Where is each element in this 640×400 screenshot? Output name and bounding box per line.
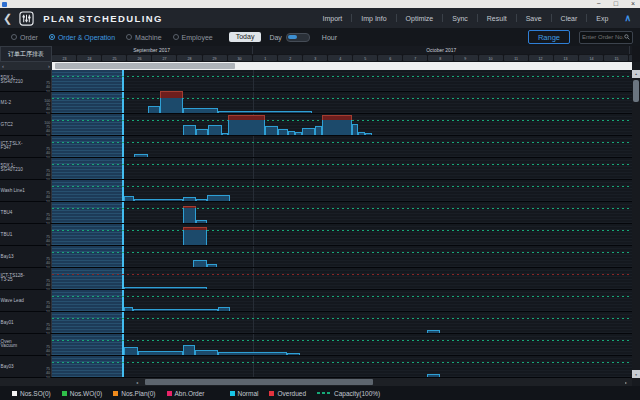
timeline-scrollbar-thumb[interactable] bbox=[55, 63, 235, 69]
schedule-row[interactable]: Bay13754010 bbox=[0, 246, 632, 268]
load-bar-segment[interactable] bbox=[138, 351, 183, 355]
load-bar-segment[interactable] bbox=[183, 125, 196, 135]
load-bar-segment[interactable] bbox=[278, 129, 288, 135]
radio-order-operation[interactable]: Order & Operation bbox=[49, 34, 115, 41]
capacity-line bbox=[52, 164, 632, 165]
load-bar-segment[interactable] bbox=[208, 125, 222, 135]
hscroll-right-icon[interactable]: ▸ bbox=[624, 378, 628, 386]
scroll-up-icon[interactable]: ▲ bbox=[632, 70, 640, 78]
schedule-row[interactable]: Wave Lead754010 bbox=[0, 290, 632, 312]
load-bar-segment[interactable] bbox=[183, 345, 195, 355]
radio-employee[interactable]: Employee bbox=[173, 34, 213, 41]
overload-bar-segment[interactable] bbox=[183, 227, 207, 230]
schedule-row[interactable]: ICT-TSLX-F347754010 bbox=[0, 136, 632, 158]
load-bar-segment[interactable] bbox=[183, 108, 218, 113]
menu-item-save[interactable]: Save bbox=[517, 15, 551, 22]
load-bar-segment[interactable] bbox=[134, 199, 183, 201]
search-icon[interactable] bbox=[624, 34, 630, 40]
load-bar-segment[interactable] bbox=[207, 195, 230, 201]
schedule-row[interactable]: Bay03754010 bbox=[0, 356, 632, 378]
load-bar-segment[interactable] bbox=[218, 307, 230, 312]
schedule-row[interactable]: TBU4754010 bbox=[0, 202, 632, 224]
schedule-row[interactable]: ICT-TS128-T3-25754010 bbox=[0, 268, 632, 290]
close-button[interactable]: × bbox=[631, 0, 635, 8]
overload-bar-segment[interactable] bbox=[322, 115, 352, 120]
menu-item-clear[interactable]: Clear bbox=[552, 15, 587, 22]
menu-item-sync[interactable]: Sync bbox=[443, 15, 477, 22]
load-bar-segment[interactable] bbox=[148, 106, 160, 113]
order-search-input[interactable] bbox=[582, 34, 624, 40]
menu-item-exp[interactable]: Exp bbox=[587, 15, 617, 22]
load-bar-segment[interactable] bbox=[124, 196, 134, 201]
menu-item-result[interactable]: Result bbox=[478, 15, 516, 22]
y-axis-tick: 40 bbox=[46, 239, 50, 243]
load-bar-segment[interactable] bbox=[134, 154, 148, 157]
load-bar-segment[interactable] bbox=[183, 206, 196, 223]
load-bar-segment[interactable] bbox=[287, 353, 300, 355]
load-bar-segment[interactable] bbox=[207, 264, 217, 267]
load-bar-segment[interactable] bbox=[124, 347, 138, 355]
month-divider-line bbox=[253, 158, 254, 179]
menu-item-optimize[interactable]: Optimize bbox=[397, 15, 443, 22]
load-bar-segment[interactable] bbox=[358, 132, 365, 135]
vertical-scrollbar[interactable]: ▲ ▼ bbox=[632, 62, 640, 386]
toggle-knob[interactable] bbox=[288, 35, 297, 40]
overload-bar-segment[interactable] bbox=[183, 206, 196, 208]
vertical-scrollbar-thumb[interactable] bbox=[633, 80, 639, 102]
day-hour-toggle[interactable] bbox=[286, 33, 310, 42]
hscroll-left-icon[interactable]: ◂ bbox=[135, 378, 139, 386]
load-bar-segment[interactable] bbox=[124, 287, 207, 290]
load-bar-segment[interactable] bbox=[218, 111, 312, 114]
schedule-row[interactable]: GTC2100754010 bbox=[0, 114, 632, 136]
overload-bar-segment[interactable] bbox=[160, 91, 183, 98]
load-bar-segment[interactable] bbox=[288, 131, 295, 135]
overload-bar-segment[interactable] bbox=[228, 115, 265, 120]
schedule-row[interactable]: M1-2100754010 bbox=[0, 92, 632, 114]
bottom-scrollbar-thumb[interactable] bbox=[145, 379, 373, 385]
collapse-chevron-icon[interactable]: ∧ bbox=[624, 13, 631, 23]
load-bar-segment[interactable] bbox=[218, 352, 287, 355]
capacity-dash-swatch-icon bbox=[317, 392, 331, 394]
load-bar-segment[interactable] bbox=[196, 129, 208, 135]
load-bar-segment[interactable] bbox=[315, 126, 322, 135]
load-bar-segment[interactable] bbox=[183, 197, 196, 201]
load-bar-segment[interactable] bbox=[302, 128, 315, 135]
schedule-row[interactable]: 5DX 1-SG40T210754010 bbox=[0, 70, 632, 92]
schedule-row[interactable]: Oven Vacuum754010 bbox=[0, 334, 632, 356]
load-bar-segment[interactable] bbox=[195, 350, 218, 355]
range-button[interactable]: Range bbox=[528, 30, 570, 44]
load-bar-segment[interactable] bbox=[196, 220, 207, 223]
load-bar-segment[interactable] bbox=[295, 132, 302, 135]
load-bar-segment[interactable] bbox=[365, 133, 372, 135]
day-row: 232425262728293012345678910111213141516 bbox=[52, 54, 632, 62]
timeline-scrollbar[interactable] bbox=[52, 62, 632, 70]
row-chart-area bbox=[52, 356, 632, 377]
schedule-row[interactable]: Wash Line1754010 bbox=[0, 180, 632, 202]
minimize-button[interactable]: − bbox=[597, 0, 601, 8]
scroll-down-icon[interactable]: ▼ bbox=[632, 370, 640, 378]
radio-machine[interactable]: Machine bbox=[126, 34, 161, 41]
label-scroll-left-icon[interactable]: ‹ bbox=[2, 62, 4, 70]
radio-order[interactable]: Order bbox=[11, 34, 38, 41]
menu-item-imp-info[interactable]: Imp Info bbox=[352, 15, 395, 22]
label-column-scrollbar[interactable]: ‹ › bbox=[0, 62, 52, 70]
load-bar-segment[interactable] bbox=[133, 309, 218, 312]
schedule-row[interactable]: TBU1754010 bbox=[0, 224, 632, 246]
schedule-row[interactable]: 5DX 1-SG40T210754010 bbox=[0, 158, 632, 180]
radio-dot-icon bbox=[126, 34, 132, 40]
maximize-button[interactable]: □ bbox=[614, 0, 618, 8]
load-bar-segment[interactable] bbox=[193, 260, 207, 267]
bottom-scrollbar[interactable]: ◂ ▸ bbox=[0, 378, 632, 386]
load-bar-segment[interactable] bbox=[265, 126, 278, 135]
order-search-box[interactable] bbox=[579, 31, 633, 44]
load-bar-segment[interactable] bbox=[196, 199, 207, 201]
menu-item-import[interactable]: Import bbox=[313, 15, 351, 22]
load-bar-segment[interactable] bbox=[427, 330, 440, 334]
load-bar-segment[interactable] bbox=[124, 307, 133, 311]
load-bar-segment[interactable] bbox=[427, 374, 440, 377]
schedule-row[interactable]: Bay01754010 bbox=[0, 312, 632, 334]
today-button[interactable]: Today bbox=[229, 32, 262, 42]
label-scroll-right-icon[interactable]: › bbox=[48, 62, 50, 70]
back-icon[interactable]: ❮ bbox=[3, 8, 12, 28]
legend-swatch-icon bbox=[230, 391, 235, 396]
